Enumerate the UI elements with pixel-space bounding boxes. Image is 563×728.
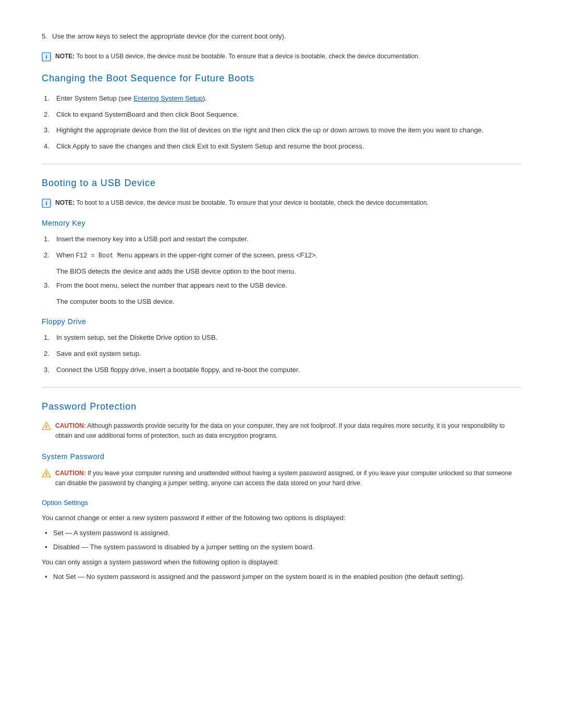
assign-options-list: Not Set — No system password is assigned… — [42, 572, 521, 583]
memory-step-3: From the boot menu, select the number th… — [42, 280, 521, 291]
option-disabled: Disabled — The system password is disabl… — [42, 542, 521, 553]
password-protection-title: Password Protection — [42, 399, 521, 414]
memory-step-1: Insert the memory key into a USB port an… — [42, 234, 521, 245]
top-steps: Use the arrow keys to select the appropr… — [42, 31, 521, 42]
floppy-steps: In system setup, set the Diskette Drive … — [42, 332, 521, 375]
svg-text:!: ! — [46, 424, 47, 429]
option-not-set: Not Set — No system password is assigned… — [42, 572, 521, 583]
memory-key-title: Memory Key — [42, 217, 521, 229]
top-note: i NOTE: To boot to a USB device, the dev… — [42, 52, 521, 61]
booting-usb-note-icon: i — [42, 199, 51, 208]
option-settings-list: Set — A system password is assigned. Dis… — [42, 528, 521, 553]
booting-usb-note-text: NOTE: To boot to a USB device, the devic… — [55, 198, 429, 208]
system-password-caution-text: CAUTION: If you leave your computer runn… — [55, 468, 521, 488]
step-2: Click to expand SystemBoard and then cli… — [42, 109, 521, 120]
note-icon: i — [42, 52, 51, 61]
memory-key-steps: Insert the memory key into a USB port an… — [42, 234, 521, 261]
step-3: Highlight the appropriate device from th… — [42, 125, 521, 136]
svg-text:i: i — [45, 54, 47, 60]
floppy-step-2: Save and exit system setup. — [42, 349, 521, 360]
system-password-title: System Password — [42, 451, 521, 462]
divider-1 — [42, 164, 521, 164]
step-1: Enter System Setup (see Entering System … — [42, 93, 521, 104]
floppy-drive-title: Floppy Drive — [42, 316, 521, 327]
divider-2 — [42, 387, 521, 388]
svg-text:!: ! — [46, 472, 47, 477]
step-5: Use the arrow keys to select the appropr… — [42, 31, 521, 42]
password-caution: ! CAUTION: Although passwords provide se… — [42, 421, 521, 441]
changing-boot-steps: Enter System Setup (see Entering System … — [42, 93, 521, 152]
step-4: Click Apply to save the changes and then… — [42, 141, 521, 152]
entering-system-setup-link[interactable]: Entering System Setup — [133, 94, 203, 102]
booting-usb-title: Booting to a USB Device — [42, 176, 521, 191]
changing-boot-title: Changing the Boot Sequence for Future Bo… — [42, 71, 521, 86]
floppy-step-1: In system setup, set the Diskette Drive … — [42, 332, 521, 343]
floppy-step-3: Connect the USB floppy drive, insert a b… — [42, 365, 521, 376]
password-caution-text: CAUTION: Although passwords provide secu… — [55, 421, 521, 441]
assign-intro: You can only assign a system password wh… — [42, 557, 521, 568]
option-settings-intro: You cannot change or enter a new system … — [42, 513, 521, 524]
memory-step-3-subnote: The computer boots to the USB device. — [56, 297, 521, 307]
caution-icon-1: ! — [42, 422, 51, 431]
option-set: Set — A system password is assigned. — [42, 528, 521, 539]
caution-icon-2: ! — [42, 469, 51, 478]
booting-usb-note: i NOTE: To boot to a USB device, the dev… — [42, 198, 521, 208]
memory-step-2: When F12 = Boot Menu appears in the uppe… — [42, 250, 521, 261]
top-note-text: NOTE: To boot to a USB device, the devic… — [55, 52, 420, 61]
svg-text:i: i — [45, 200, 47, 206]
option-settings-title: Option Settings — [42, 498, 521, 509]
memory-step-2-subnote: The BIOS detects the device and adds the… — [56, 266, 521, 277]
memory-key-steps-cont: From the boot menu, select the number th… — [42, 280, 521, 291]
system-password-caution: ! CAUTION: If you leave your computer ru… — [42, 468, 521, 488]
